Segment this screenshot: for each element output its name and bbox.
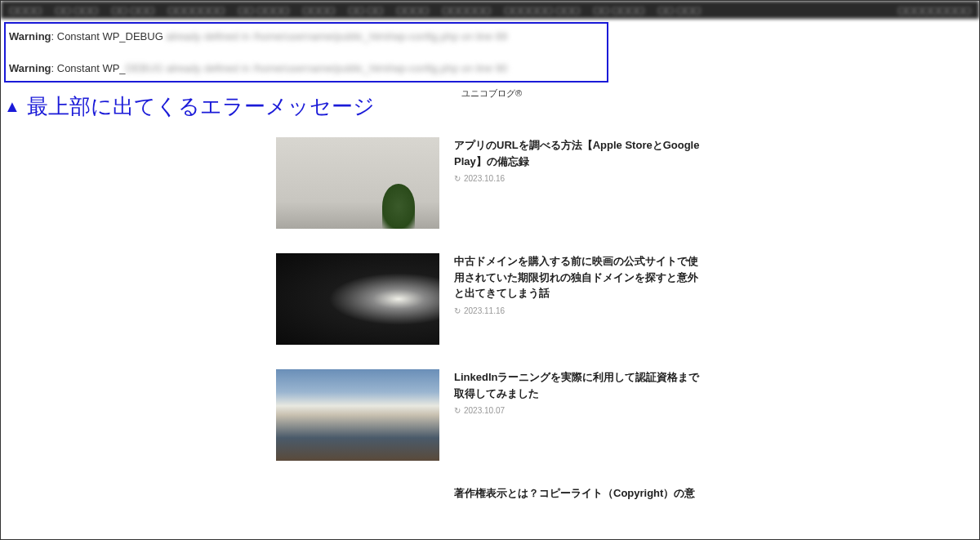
article-thumbnail — [276, 137, 439, 229]
site-title[interactable]: ユニコブログ® — [461, 87, 979, 100]
article-item[interactable]: アプリのURLを調べる方法【Apple StoreとGoogle Play】の備… — [276, 137, 979, 229]
warning-label: Warning — [9, 62, 51, 74]
warning-text: : Constant WP_ — [51, 62, 126, 74]
article-date: ↻ 2023.11.16 — [454, 306, 703, 315]
article-list: アプリのURLを調べる方法【Apple StoreとGoogle Play】の備… — [276, 137, 979, 507]
refresh-icon: ↻ — [454, 306, 461, 315]
admin-bar-item[interactable]: ▢▢▢▢▢▢ — [442, 5, 491, 16]
article-title: 著作権表示とは？コピーライト（Copyright）の意 — [454, 485, 703, 502]
admin-bar-user[interactable]: ▢▢▢▢▢▢▢▢▢ — [898, 5, 971, 16]
admin-bar-item[interactable]: ▢▢▢▢▢▢ ▢▢▢ — [504, 5, 580, 16]
article-title: アプリのURLを調べる方法【Apple StoreとGoogle Play】の備… — [454, 137, 703, 169]
article-thumbnail — [276, 253, 439, 345]
error-message-box: Warning: Constant WP_DEBUG already defin… — [4, 22, 608, 83]
php-warning: Warning: Constant WP_DEBUG already defin… — [6, 30, 607, 42]
article-date: ↻ 2023.10.07 — [454, 406, 703, 415]
admin-bar-item[interactable]: ▢▢▢▢ — [396, 5, 429, 16]
admin-bar-item[interactable]: ▢▢▢▢ — [9, 5, 42, 16]
warning-text: : Constant WP_DEBUG — [51, 30, 167, 42]
admin-bar-item[interactable]: ▢▢ ▢▢▢ — [657, 5, 701, 16]
admin-bar-item[interactable]: ▢▢ ▢▢▢ — [111, 5, 154, 16]
php-warning: Warning: Constant WP_DEBUG already defin… — [6, 62, 607, 74]
article-item[interactable]: 中古ドメインを購入する前に映画の公式サイトで使用されていた期限切れの独自ドメイン… — [276, 253, 979, 345]
article-item[interactable]: LinkedInラーニングを実際に利用して認証資格まで取得してみました ↻ 20… — [276, 369, 979, 461]
annotation-text: 最上部に出てくるエラーメッセージ — [27, 92, 375, 121]
triangle-up-icon: ▲ — [4, 97, 20, 116]
admin-bar-item[interactable]: ▢▢ ▢▢▢▢ — [238, 5, 289, 16]
admin-bar-item[interactable]: ▢▢ ▢▢▢ — [55, 5, 98, 16]
article-date: ↻ 2023.10.16 — [454, 174, 703, 183]
admin-bar-item[interactable]: ▢▢ ▢▢ — [348, 5, 383, 16]
warning-blurred: DEBUG already defined in /home/username/… — [126, 62, 508, 74]
warning-blurred: already defined in /home/username/public… — [166, 30, 507, 42]
admin-bar-item[interactable]: ▢▢▢▢ — [302, 5, 335, 16]
admin-bar: ▢▢▢▢ ▢▢ ▢▢▢ ▢▢ ▢▢▢ ▢▢▢▢▢▢▢ ▢▢ ▢▢▢▢ ▢▢▢▢ … — [1, 1, 979, 19]
admin-bar-item[interactable]: ▢▢▢▢▢▢▢ — [167, 5, 225, 16]
refresh-icon: ↻ — [454, 174, 461, 183]
article-title: 中古ドメインを購入する前に映画の公式サイトで使用されていた期限切れの独自ドメイン… — [454, 253, 703, 301]
warning-label: Warning — [9, 30, 51, 42]
article-thumbnail — [276, 369, 439, 461]
article-title: LinkedInラーニングを実際に利用して認証資格まで取得してみました — [454, 369, 703, 401]
admin-bar-item[interactable]: ▢▢ ▢▢▢▢ — [593, 5, 644, 16]
article-item[interactable]: 著作権表示とは？コピーライト（Copyright）の意 — [276, 485, 979, 507]
refresh-icon: ↻ — [454, 406, 461, 415]
annotation-caption: ▲ 最上部に出てくるエラーメッセージ — [4, 92, 375, 121]
